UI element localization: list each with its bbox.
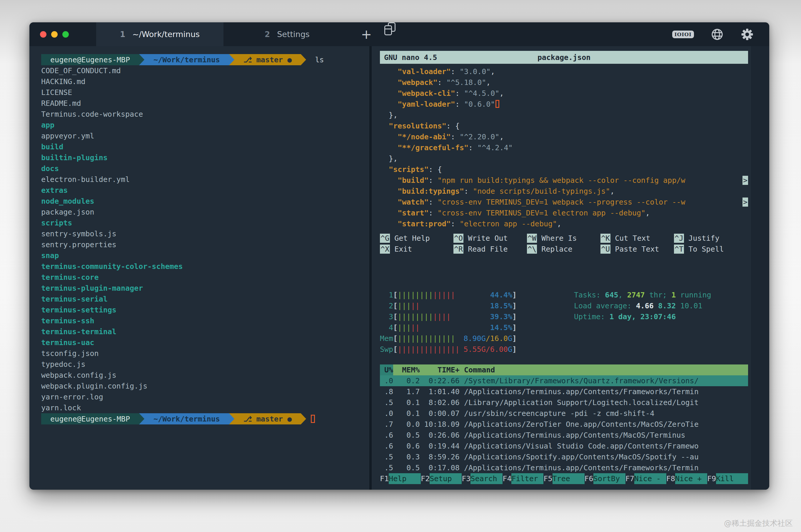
file-entry: electron-builder.yml: [41, 174, 368, 185]
sort-column-header[interactable]: U%: [380, 364, 393, 375]
nano-cursor: [496, 100, 499, 108]
meter-value: 8.90G/16.0G: [463, 333, 512, 344]
htop-meters: 1[|||||||||||||44.4%]2[|||||18.5%]3[||||…: [380, 289, 748, 355]
nano-line: "build": "npm run build:typings && webpa…: [380, 175, 748, 186]
nano-buffer: "val-loader": "3.0.0", "webpack": "^5.18…: [380, 66, 748, 229]
process-row: .5 0.5 0:17.08 /Applications/Terminus.ap…: [380, 462, 748, 473]
dir-entry: terminus-serial: [41, 293, 368, 304]
powerline-chevron: [229, 54, 234, 65]
meter-label: 2: [380, 300, 393, 311]
process-row: .6 0.6 0:19.44 /Applications/Visual Stud…: [380, 441, 748, 452]
prompt-dir-segment: ~/Work/terminus: [144, 54, 229, 65]
nano-shortcut: ^X Exit: [380, 244, 453, 254]
pane-divider[interactable]: [369, 46, 372, 490]
dir-entry: terminus-plugin-manager: [41, 283, 368, 293]
nano-line: "watch": "cross-env TERMINUS_DEV=1 webpa…: [380, 197, 748, 208]
powerline-chevron: [301, 413, 306, 424]
tab-terminal[interactable]: 1 ~/Work/terminus: [96, 22, 223, 46]
nano-titlebar: GNU nano 4.5 package.json: [380, 51, 748, 64]
fkey-action: SortBy: [593, 473, 626, 484]
process-row: .7 0.0 10:18.09 /Applications/ZeroTier O…: [380, 419, 748, 430]
htop-process-table: U% MEM% TIME+ Command .0 0.2 0:22.66 /Sy…: [380, 364, 748, 473]
shortcut-key: ^G: [380, 234, 390, 243]
file-entry: LICENSE: [41, 87, 368, 98]
meter-label: 3: [380, 311, 393, 322]
prompt-git-segment: ⎇ master ●: [234, 413, 301, 424]
zoom-button[interactable]: [62, 31, 69, 38]
shortcut-key: ^O: [453, 234, 463, 243]
nano-shortcut: ^G Get Help: [380, 233, 453, 244]
nano-line: "**/graceful-fs": "^4.2.4": [380, 142, 748, 153]
powerline-chevron: [139, 54, 144, 65]
fkey-number: F4: [503, 473, 511, 484]
tab-title: Settings: [277, 30, 310, 39]
file-entry: package.json: [41, 207, 368, 217]
file-entry: Terminus.code-workspace: [41, 109, 368, 120]
meter-bar: ||||||||||||||5.55G/6.00G: [397, 344, 512, 355]
nano-line: },: [380, 110, 748, 120]
shortcut-column: ^J Justify^T To Spell: [674, 233, 747, 254]
tab-settings[interactable]: 2 Settings: [223, 22, 351, 46]
dir-entry: builtin-plugins: [41, 152, 368, 163]
powerline-chevron: [139, 413, 144, 424]
meter-label: Swp: [380, 344, 393, 355]
shortcut-key: ^W: [527, 234, 537, 243]
titlebar: 1 ~/Work/terminus 2 Settings + IOIOI: [30, 22, 769, 46]
nano-line: "build:typings": "node scripts/build-typ…: [380, 186, 748, 197]
fkey-number: F7: [626, 473, 634, 484]
minimize-button[interactable]: [51, 31, 58, 38]
dir-entry: terminus-settings: [41, 304, 368, 316]
meter-value: 5.55G/6.00G: [463, 344, 512, 355]
nano-line: "resolutions": {: [380, 120, 748, 131]
new-tab-button[interactable]: +: [356, 22, 377, 46]
meter-bar: ||||||||||||39.3%: [397, 311, 512, 322]
terminal-pane-shell[interactable]: eugene@Eugenes-MBP ~/Work/terminus ⎇ mas…: [41, 46, 368, 490]
meter-bar: |||||18.5%: [397, 300, 512, 311]
meter-label: Mem: [380, 333, 393, 344]
fkey-number: F1: [380, 473, 389, 484]
dir-entry: snap: [41, 250, 368, 261]
nano-shortcut: ^T To Spell: [674, 244, 747, 254]
nano-shortcut: ^K Cut Text: [600, 233, 674, 244]
gear-icon[interactable]: [741, 27, 754, 41]
meter-bar: |||||||||||||44.4%: [397, 289, 512, 300]
terminal-pane-tools[interactable]: GNU nano 4.5 package.json "val-loader": …: [380, 46, 748, 490]
globe-icon[interactable]: [710, 27, 724, 41]
fkey-number: F5: [543, 473, 552, 484]
serial-ports-icon[interactable]: IOIOI: [672, 31, 694, 38]
nano-version: GNU nano 4.5: [380, 52, 501, 63]
shortcut-key: ^\: [527, 245, 537, 254]
prompt-user-segment: eugene@Eugenes-MBP: [41, 54, 139, 65]
duplicate-tab-icon[interactable]: [384, 22, 395, 35]
nano-line: "*/node-abi": "^2.20.0",: [380, 131, 748, 142]
meter-bar: |||||||||||||8.90G/16.0G: [397, 333, 512, 344]
terminal-cursor: [311, 415, 315, 423]
fkey-action: Search: [470, 473, 503, 484]
process-row: .0 0.2 0:22.66 /System/Library/Framework…: [380, 375, 748, 386]
htop-summary-line: Tasks: 645, 2747 thr; 1 running: [574, 289, 711, 300]
process-row: .6 0.5 0:26.06 /Applications/Terminus.ap…: [380, 430, 748, 441]
shortcut-key: ^T: [674, 245, 684, 254]
dir-entry: terminus-uac: [41, 337, 368, 348]
nano-line: "start:prod": "electron app --debug",: [380, 218, 748, 229]
line-continuation-marker: >: [743, 197, 748, 207]
terminus-window: 1 ~/Work/terminus 2 Settings + IOIOI: [30, 22, 769, 490]
nano-line: "yaml-loader": "0.6.0": [380, 99, 748, 110]
prompt-dir-segment: ~/Work/terminus: [144, 413, 229, 424]
nano-line: "webpack-cli": "^4.5.0",: [380, 88, 748, 99]
powerline-chevron: [229, 413, 234, 424]
fkey-number: F2: [421, 473, 430, 484]
nano-line: },: [380, 153, 748, 164]
prompt-git-segment: ⎇ master ●: [234, 54, 301, 65]
htop-meter: Mem[|||||||||||||8.90G/16.0G]: [380, 333, 748, 344]
file-entry: tsconfig.json: [41, 348, 368, 359]
fkey-action: Setup: [430, 473, 462, 484]
dir-entry: terminus-core: [41, 272, 368, 283]
shell-prompt: eugene@Eugenes-MBP ~/Work/terminus ⎇ mas…: [41, 413, 368, 424]
meter-bar: |||||14.5%: [397, 322, 512, 333]
meter-value: 14.5%: [490, 322, 512, 333]
close-button[interactable]: [40, 31, 46, 38]
nano-line: "scripts": {: [380, 164, 748, 175]
file-entry: README.md: [41, 98, 368, 109]
fkey-action: Nice -: [634, 473, 666, 484]
